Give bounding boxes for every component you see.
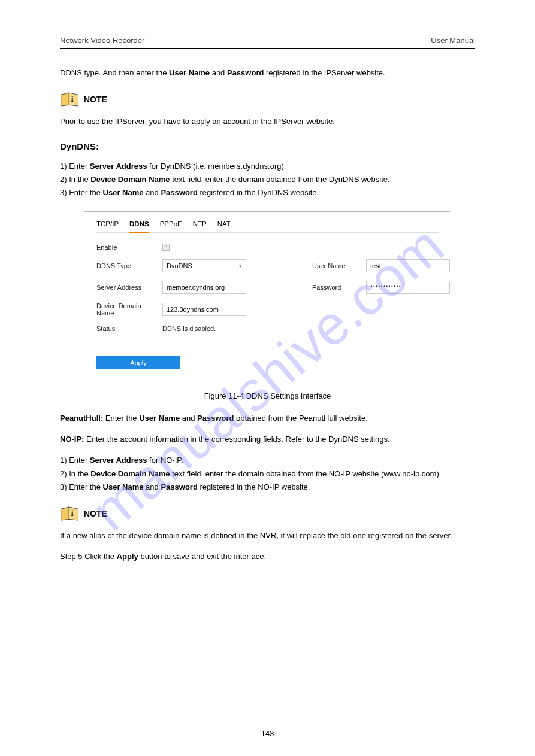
- apply-button[interactable]: Apply: [96, 356, 180, 369]
- tab-ntp[interactable]: NTP: [193, 220, 207, 227]
- ddns-screenshot: TCP/IP DDNS PPPoE NTP NAT Enable DDNS Ty…: [84, 211, 451, 384]
- device-domain-label: Device Domain Name: [96, 302, 156, 317]
- svg-marker-3: [61, 507, 69, 520]
- note-text-1: Prior to use the IPServer, you have to a…: [60, 116, 475, 128]
- tab-pppoe[interactable]: PPPoE: [160, 220, 182, 227]
- note-label-2: NOTE: [84, 509, 107, 518]
- note-text-2: If a new alias of the device domain name…: [60, 530, 475, 542]
- dyndns-step3: 3) Enter the User Name and Password regi…: [60, 186, 475, 199]
- note-block-2: i NOTE: [60, 506, 475, 521]
- password-label: Password: [312, 284, 360, 291]
- username-input[interactable]: [366, 259, 450, 272]
- svg-text:i: i: [71, 95, 74, 104]
- password-input[interactable]: [366, 281, 450, 294]
- dyndns-step1: 1) Enter Server Address for DynDNS (i.e.…: [60, 160, 475, 173]
- tab-tcpip[interactable]: TCP/IP: [96, 220, 119, 227]
- intro-paragraph: DDNS type. And then enter the User Name …: [60, 67, 475, 80]
- ddns-type-value: DynDNS: [167, 262, 192, 269]
- svg-marker-0: [61, 93, 69, 106]
- ddns-type-select[interactable]: DynDNS ▾: [162, 259, 246, 272]
- noip-block: NO-IP: Enter the account information in …: [60, 433, 475, 446]
- dyndns-heading: DynDNS:: [60, 141, 475, 151]
- noip-step3: 3) Enter the User Name and Password regi…: [60, 481, 475, 494]
- peanuthull-block: PeanutHull: Enter the User Name and Pass…: [60, 412, 475, 425]
- noip-step1: 1) Enter Server Address for NO-IP.: [60, 454, 475, 467]
- header-right: User Manual: [431, 36, 475, 45]
- tab-nat[interactable]: NAT: [217, 220, 231, 227]
- page-content: Network Video Recorder User Manual DDNS …: [0, 0, 535, 595]
- server-address-label: Server Address: [96, 284, 156, 291]
- note-block-1: i NOTE: [60, 92, 475, 107]
- svg-marker-4: [69, 507, 78, 520]
- ddns-type-label: DDNS Type: [96, 262, 156, 269]
- figure-caption: Figure 11-4 DDNS Settings Interface: [60, 391, 475, 400]
- status-value: DDNS is disabled.: [162, 325, 252, 332]
- svg-text:i: i: [71, 509, 74, 518]
- note-icon: i: [60, 506, 80, 521]
- page-number: 143: [261, 729, 274, 738]
- chevron-down-icon: ▾: [239, 263, 242, 269]
- header-left: Network Video Recorder: [60, 36, 144, 45]
- svg-marker-1: [69, 93, 78, 106]
- dyndns-step2: 2) In the Device Domain Name text field,…: [60, 173, 475, 186]
- noip-step2: 2) In the Device Domain Name text field,…: [60, 467, 475, 481]
- enable-checkbox[interactable]: [162, 244, 170, 251]
- username-label: User Name: [312, 262, 360, 269]
- tab-ddns[interactable]: DDNS: [129, 220, 149, 233]
- final-step: Step 5 Click the Apply button to save an…: [60, 551, 475, 563]
- horizontal-rule: [60, 48, 475, 49]
- device-domain-input[interactable]: [162, 303, 246, 316]
- note-label-1: NOTE: [84, 95, 107, 104]
- status-label: Status: [96, 325, 156, 332]
- note-icon: i: [60, 92, 80, 107]
- tabs-bar: TCP/IP DDNS PPPoE NTP NAT: [96, 220, 439, 233]
- server-address-input[interactable]: [162, 281, 246, 294]
- enable-label: Enable: [96, 244, 156, 251]
